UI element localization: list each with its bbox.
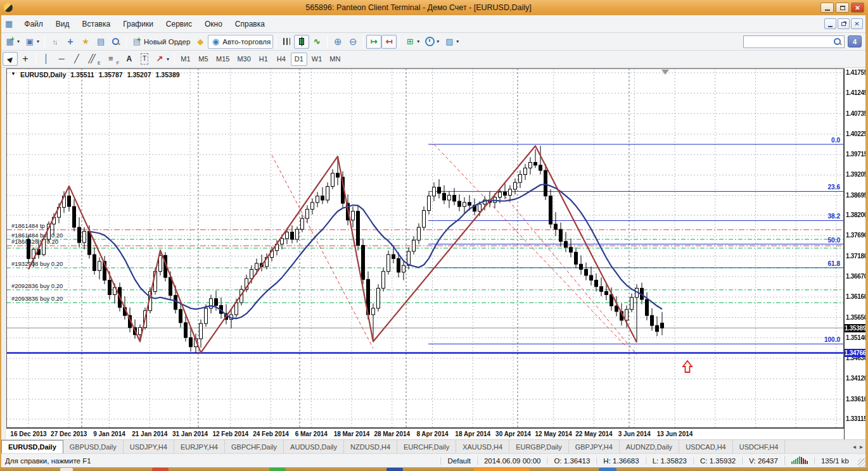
dropdown-caret-icon[interactable]: ▾: [17, 39, 20, 44]
templates-button[interactable]: ▾: [442, 35, 461, 49]
timeframe-D1[interactable]: D1: [291, 53, 307, 66]
up-arrow-annotation[interactable]: [683, 361, 692, 372]
tab-NZDUSD,H4[interactable]: NZDUSD,H4: [344, 440, 397, 453]
indicators-button[interactable]: ▾: [402, 35, 422, 49]
new-order-button[interactable]: Новый Ордер: [129, 35, 193, 49]
terminal-button[interactable]: [93, 35, 108, 49]
menu-Вид[interactable]: Вид: [49, 17, 76, 31]
tab-GBPCHF,Daily[interactable]: GBPCHF,Daily: [225, 440, 284, 453]
timeframe-MN[interactable]: MN: [326, 53, 343, 66]
timeframe-H1[interactable]: H1: [255, 53, 272, 66]
status-profile[interactable]: Default: [440, 457, 476, 465]
search-icon[interactable]: [833, 37, 842, 46]
dropdown-caret-icon[interactable]: ▾: [417, 39, 419, 44]
market-watch-button[interactable]: [48, 35, 63, 49]
candlestick-chart-button[interactable]: [294, 35, 309, 49]
menu-Файл[interactable]: Файл: [18, 17, 49, 31]
tab-USDJPY,H4[interactable]: USDJPY,H4: [124, 440, 174, 453]
periods-button[interactable]: ▾: [422, 35, 442, 49]
search-input[interactable]: [746, 37, 833, 47]
tab-EURGBP,Daily[interactable]: EURGBP,Daily: [509, 440, 569, 453]
data-window-button[interactable]: [63, 35, 78, 49]
taskbar-app-icon[interactable]: [152, 468, 169, 471]
tab-XAUUSD,H4[interactable]: XAUUSD,H4: [456, 440, 509, 453]
taskbar-app-icon[interactable]: [386, 468, 403, 471]
date-axis[interactable]: 16 Dec 201327 Dec 20139 Jan 201421 Jan 2…: [6, 428, 844, 439]
taskbar-app-icon[interactable]: [474, 468, 530, 471]
navigator-button[interactable]: [78, 35, 93, 49]
text-label-button[interactable]: [137, 52, 152, 66]
dropdown-caret-icon[interactable]: ▾: [437, 39, 439, 44]
timeframe-M15[interactable]: M15: [213, 53, 233, 66]
equidistant-channel-button[interactable]: E: [84, 52, 103, 66]
metaeditor-button[interactable]: [193, 35, 208, 49]
minimize-button[interactable]: [820, 3, 834, 13]
tab-EURCHF,Daily[interactable]: EURCHF,Daily: [397, 440, 456, 453]
taskbar-app-icon[interactable]: [269, 468, 286, 471]
chart-shift-button[interactable]: [381, 35, 397, 49]
taskbar-app-icon[interactable]: [60, 468, 73, 471]
windows-taskbar[interactable]: [0, 467, 868, 471]
tab-AUDUSD,Daily[interactable]: AUDUSD,Daily: [284, 440, 344, 453]
tab-USDCAD,H4[interactable]: USDCAD,H4: [679, 440, 733, 453]
candlestick-chart-canvas[interactable]: 0.023.638.250.061.8100.0#1861484 tp#1861…: [6, 68, 844, 428]
chart-shift-marker-icon[interactable]: [661, 70, 669, 75]
price-axis[interactable]: 1.417551.412451.407351.402251.397151.392…: [844, 68, 865, 439]
taskbar-app-icon[interactable]: [599, 468, 616, 471]
vertical-line-button[interactable]: [39, 52, 54, 66]
text-button[interactable]: [122, 52, 137, 66]
auto-scroll-button[interactable]: [366, 35, 381, 49]
horizontal-line-button[interactable]: [54, 52, 69, 66]
menu-Окно[interactable]: Окно: [198, 17, 229, 31]
strategy-tester-button[interactable]: [108, 35, 124, 49]
menu-Сервис[interactable]: Сервис: [160, 17, 198, 31]
zoom-out-button[interactable]: [345, 35, 361, 49]
maximize-button[interactable]: [836, 3, 849, 13]
tab-GBPJPY,H4[interactable]: GBPJPY,H4: [569, 440, 620, 453]
dropdown-caret-icon[interactable]: ▾: [37, 39, 39, 44]
menu-Справка[interactable]: Справка: [229, 17, 271, 31]
tab-EURUSD,Daily[interactable]: EURUSD,Daily: [1, 440, 63, 453]
timeframe-M1[interactable]: M1: [177, 53, 194, 66]
cursor-icon: [5, 54, 15, 64]
timeframe-M5[interactable]: M5: [195, 53, 212, 66]
cursor-button[interactable]: [3, 52, 18, 66]
arrows-button[interactable]: ▾: [152, 52, 172, 66]
dropdown-caret-icon[interactable]: ▾: [167, 56, 169, 62]
child-minimize-button[interactable]: [824, 18, 836, 29]
chevron-down-icon[interactable]: ▼: [11, 71, 16, 78]
profiles-button[interactable]: ▾: [22, 35, 42, 49]
help-chat-button[interactable]: 4: [848, 35, 862, 47]
menu-Графики[interactable]: Графики: [117, 17, 160, 31]
tab-USDCHF,H4[interactable]: USDCHF,H4: [733, 440, 786, 453]
crosshair-button[interactable]: [18, 52, 33, 66]
line-chart-icon: [312, 37, 322, 47]
tab-AUDNZD,Daily[interactable]: AUDNZD,Daily: [620, 440, 679, 453]
trend-line[interactable]: [505, 196, 637, 355]
fibonacci-button[interactable]: F: [103, 52, 122, 66]
zoom-in-icon: [333, 37, 343, 47]
auto-trading-button[interactable]: Авто-торговля: [208, 35, 273, 49]
child-close-button[interactable]: ✕: [851, 18, 863, 29]
trend-line-button[interactable]: [69, 52, 84, 66]
zoom-in-button[interactable]: [330, 35, 345, 49]
menu-Вставка[interactable]: Вставка: [76, 17, 117, 31]
bar-chart-button[interactable]: [279, 35, 294, 49]
child-restore-button[interactable]: [838, 18, 850, 29]
timeframe-M30[interactable]: M30: [234, 53, 253, 66]
tab-EURJPY,H4[interactable]: EURJPY,H4: [174, 440, 225, 453]
new-chart-button[interactable]: ▾: [3, 35, 22, 49]
tab-scroll-right-icon[interactable]: ▸: [860, 443, 863, 450]
line-chart-button[interactable]: [309, 35, 324, 49]
tab-scroll-left-icon[interactable]: ◂: [853, 443, 856, 450]
trend-line[interactable]: [272, 155, 373, 348]
date-tick-label: 13 Jun 2014: [657, 430, 693, 437]
close-button[interactable]: ✕: [851, 3, 864, 13]
price-chart[interactable]: ▼ EURUSD,Daily 1.35511 1.35787 1.35207 1…: [6, 68, 844, 428]
chart-low-value: 1.35207: [127, 71, 151, 78]
timeframe-W1[interactable]: W1: [309, 53, 326, 66]
panteon-terminal-window: 565896: Panteon Client Terminal - Демо С…: [0, 0, 868, 471]
timeframe-H4[interactable]: H4: [273, 53, 290, 66]
tab-GBPUSD,Daily[interactable]: GBPUSD,Daily: [63, 440, 124, 453]
dropdown-caret-icon[interactable]: ▾: [456, 39, 459, 44]
